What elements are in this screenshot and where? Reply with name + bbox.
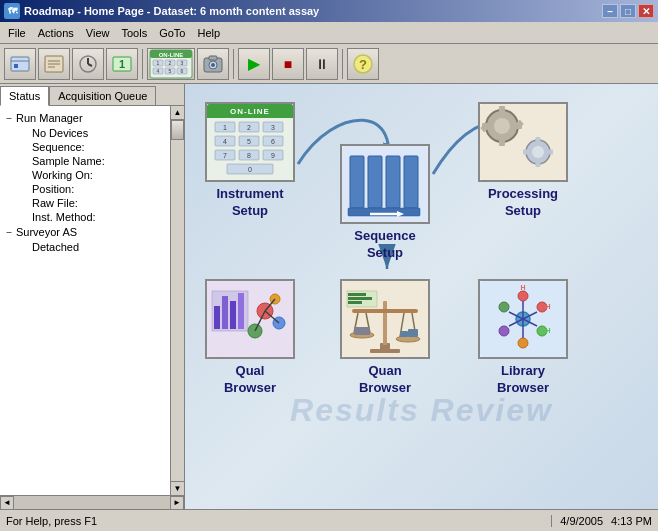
node-instrument-setup[interactable]: ON-LINE 1 2 3 4	[205, 102, 295, 220]
stop-icon: ■	[284, 56, 292, 72]
no-devices-label: No Devices	[32, 127, 88, 139]
svg-text:0: 0	[248, 166, 252, 173]
node-library-browser[interactable]: H H H LibraryBrowser	[478, 279, 568, 397]
tree-item-surveyor-as[interactable]: – Surveyor AS	[0, 224, 170, 240]
svg-rect-85	[214, 306, 220, 329]
toolbar-btn-2[interactable]	[38, 48, 70, 80]
status-date: 4/9/2005	[560, 515, 603, 527]
tree-item-sample-name[interactable]: Sample Name:	[0, 154, 170, 168]
svg-rect-108	[400, 331, 408, 337]
svg-rect-63	[386, 156, 400, 208]
sequence-setup-icon[interactable]	[340, 144, 430, 224]
svg-text:4: 4	[157, 68, 160, 74]
toolbar-btn-online[interactable]: ON-LINE 1 2 3 4 5 6	[147, 48, 195, 80]
toolbar-separator-1	[142, 49, 143, 79]
library-browser-label: LibraryBrowser	[497, 363, 549, 397]
svg-point-119	[518, 338, 528, 348]
svg-text:ON-LINE: ON-LINE	[230, 107, 270, 116]
status-help-text: For Help, press F1	[6, 515, 551, 527]
menu-tools[interactable]: Tools	[115, 25, 153, 41]
pause-icon: ⏸	[315, 56, 329, 72]
quan-browser-icon[interactable]	[340, 279, 430, 359]
tree-item-working-on[interactable]: Working On:	[0, 168, 170, 182]
tree-item-position[interactable]: Position:	[0, 182, 170, 196]
toolbar-btn-pause[interactable]: ⏸	[306, 48, 338, 80]
scroll-left-btn[interactable]: ◄	[0, 496, 14, 510]
maximize-button[interactable]: □	[620, 4, 636, 18]
sample-name-label: Sample Name:	[32, 155, 105, 167]
svg-rect-88	[238, 293, 244, 329]
menu-goto[interactable]: GoTo	[153, 25, 191, 41]
tree-item-no-devices[interactable]: No Devices	[0, 126, 170, 140]
surveyor-as-label: Surveyor AS	[16, 226, 77, 238]
status-datetime: 4/9/2005 4:13 PM	[551, 515, 652, 527]
expand-run-manager-icon[interactable]: –	[2, 111, 16, 125]
menu-help[interactable]: Help	[191, 25, 226, 41]
svg-rect-82	[523, 150, 529, 155]
svg-point-121	[499, 302, 509, 312]
tree-item-raw-file[interactable]: Raw File:	[0, 196, 170, 210]
tree-item-sequence[interactable]: Sequence:	[0, 140, 170, 154]
svg-rect-80	[536, 161, 541, 167]
menu-actions[interactable]: Actions	[32, 25, 80, 41]
scroll-up-btn[interactable]: ▲	[171, 106, 184, 120]
svg-text:H: H	[545, 327, 550, 334]
toolbar-btn-3[interactable]	[72, 48, 104, 80]
panel-content: – Run Manager No Devices Sequence:	[0, 106, 184, 495]
svg-rect-72	[499, 138, 505, 146]
toolbar-btn-1[interactable]	[4, 48, 36, 80]
node-sequence-setup[interactable]: SequenceSetup	[340, 144, 430, 262]
close-button[interactable]: ✕	[638, 4, 654, 18]
svg-text:ON-LINE: ON-LINE	[159, 52, 184, 58]
svg-rect-71	[499, 106, 505, 114]
menu-view[interactable]: View	[80, 25, 116, 41]
svg-text:H: H	[520, 284, 525, 291]
svg-rect-87	[230, 301, 236, 329]
qual-browser-icon[interactable]	[205, 279, 295, 359]
toolbar-btn-4[interactable]: 1	[106, 48, 138, 80]
tree-view: – Run Manager No Devices Sequence:	[0, 106, 170, 495]
status-bar: For Help, press F1 4/9/2005 4:13 PM	[0, 509, 658, 531]
toolbar-btn-help[interactable]: ?	[347, 48, 379, 80]
svg-rect-99	[383, 301, 387, 345]
toolbar-btn-stop[interactable]: ■	[272, 48, 304, 80]
run-manager-label: Run Manager	[16, 112, 83, 124]
svg-text:2: 2	[169, 60, 172, 66]
quan-browser-label: QuanBrowser	[359, 363, 411, 397]
toolbar-btn-camera[interactable]	[197, 48, 229, 80]
menu-file[interactable]: File	[2, 25, 32, 41]
tree-item-run-manager[interactable]: – Run Manager	[0, 110, 170, 126]
scroll-thumb-vertical[interactable]	[171, 120, 184, 140]
node-qual-browser[interactable]: QualBrowser	[205, 279, 295, 397]
svg-text:H: H	[545, 303, 550, 310]
svg-rect-62	[368, 156, 382, 208]
node-quan-browser[interactable]: QuanBrowser	[340, 279, 430, 397]
play-icon: ▶	[248, 54, 260, 73]
scroll-track[interactable]	[14, 496, 170, 509]
expand-surveyor-icon[interactable]: –	[2, 225, 16, 239]
minimize-button[interactable]: –	[602, 4, 618, 18]
scroll-down-btn[interactable]: ▼	[171, 481, 184, 495]
toolbar-btn-play[interactable]: ▶	[238, 48, 270, 80]
svg-rect-2	[14, 64, 18, 68]
inst-method-label: Inst. Method:	[32, 211, 96, 223]
node-processing-setup[interactable]: ProcessingSetup	[478, 102, 568, 220]
library-browser-icon[interactable]: H H H	[478, 279, 568, 359]
processing-setup-icon[interactable]	[478, 102, 568, 182]
status-time: 4:13 PM	[611, 515, 652, 527]
sequence-label: Sequence:	[32, 141, 85, 153]
svg-text:9: 9	[271, 152, 275, 159]
app-icon: 🗺	[4, 3, 20, 19]
tab-status[interactable]: Status	[0, 86, 49, 106]
horizontal-scrollbar: ◄ ►	[0, 495, 184, 509]
svg-rect-64	[404, 156, 418, 208]
vertical-scrollbar[interactable]: ▲ ▼	[170, 106, 184, 495]
svg-text:5: 5	[247, 138, 251, 145]
svg-text:2: 2	[247, 124, 251, 131]
tab-acquisition-queue[interactable]: Acquisition Queue	[49, 86, 156, 105]
instrument-setup-icon[interactable]: ON-LINE 1 2 3 4	[205, 102, 295, 182]
tree-item-detached[interactable]: Detached	[0, 240, 170, 254]
tree-item-inst-method[interactable]: Inst. Method:	[0, 210, 170, 224]
scroll-right-btn[interactable]: ►	[170, 496, 184, 510]
toolbar: 1 ON-LINE 1 2 3 4 5 6	[0, 44, 658, 84]
